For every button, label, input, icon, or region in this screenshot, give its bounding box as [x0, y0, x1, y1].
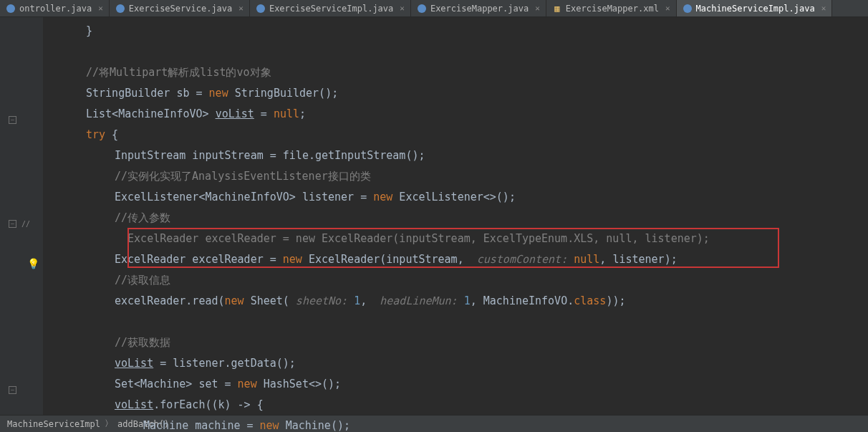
code-text: ,: [360, 294, 373, 307]
code-keyword: new: [373, 191, 392, 203]
editor-area: − − // 💡 − } //将Multipart解析成list的vo对象 St…: [0, 17, 868, 415]
code-keyword: null: [274, 107, 299, 120]
bulb-icon[interactable]: 💡: [27, 258, 39, 269]
code-text: ExcelReader excelReader =: [115, 253, 283, 266]
code-text: Sheet(: [244, 294, 289, 307]
code-keyword: new: [283, 253, 302, 266]
comment-marker: //: [21, 220, 30, 228]
tab-label: ExerciseServiceImpl.java: [269, 4, 393, 14]
tab-label: ontroller.java: [19, 4, 92, 14]
code-keyword: new: [225, 294, 244, 307]
code-comment: //传入参数: [115, 211, 170, 224]
close-icon[interactable]: ✕: [397, 4, 405, 13]
code-keyword: try: [86, 128, 105, 141]
code-text: ;: [299, 107, 306, 120]
tab-label: ExerciseMapper.xml: [566, 4, 659, 14]
code-text: ExcelReader(inputStream,: [302, 253, 471, 266]
close-icon[interactable]: ✕: [95, 4, 103, 13]
tab-exercise-mapper[interactable]: ExerciseMapper.java ✕: [411, 0, 546, 16]
code-text: Machine machine =: [143, 419, 260, 432]
code-text: , listener);: [599, 253, 677, 266]
code-var: voList: [216, 107, 254, 120]
tab-controller[interactable]: ontroller.java ✕: [0, 0, 110, 16]
code-number: 1: [354, 294, 360, 307]
code-text: StringBuilder();: [228, 87, 339, 100]
code-comment: //实例化实现了AnalysisEventListener接口的类: [115, 170, 371, 183]
tab-label: ExerciseMapper.java: [430, 4, 529, 14]
fold-icon[interactable]: −: [9, 116, 16, 124]
code-text: HashSet<>();: [257, 378, 341, 390]
tab-machine-service-impl[interactable]: MachineServiceImpl.java ✕: [677, 0, 833, 16]
code-text: .forEach((k) -> {: [153, 398, 264, 411]
param-hint: headLineMun:: [373, 294, 463, 307]
tab-exercise-mapper-xml[interactable]: ▦ ExerciseMapper.xml ✕: [546, 0, 677, 16]
class-icon: [6, 4, 16, 14]
class-icon: [417, 4, 427, 14]
close-icon[interactable]: ✕: [236, 4, 243, 13]
code-text: Set<Machine> set =: [115, 378, 238, 390]
code-comment: //获取数据: [115, 336, 170, 349]
code-var: voList: [115, 357, 153, 370]
code-keyword: new: [260, 419, 279, 432]
code-keyword: null: [574, 253, 599, 266]
code-keyword: new: [209, 87, 228, 100]
code-text: ));: [606, 294, 625, 307]
code-text: =: [254, 107, 274, 120]
tab-label: MachineServiceImpl.java: [696, 4, 815, 14]
close-icon[interactable]: ✕: [819, 4, 826, 13]
gutter[interactable]: − − // 💡 −: [0, 17, 43, 415]
class-icon: [256, 4, 266, 14]
code-comment: //读取信息: [115, 274, 170, 287]
code-text: ExcelListener<>();: [392, 191, 516, 203]
param-hint: sheetNo:: [289, 294, 354, 307]
xml-file-icon: ▦: [552, 4, 562, 14]
code-comment: //将Multipart解析成list的vo对象: [86, 66, 271, 79]
param-hint: customContent:: [471, 253, 574, 266]
code-text: {: [105, 128, 118, 141]
tab-exercise-service[interactable]: ExerciseService.java ✕: [110, 0, 250, 16]
code-keyword: new: [238, 378, 257, 390]
code-text: List<MachineInfoVO>: [86, 107, 216, 120]
class-icon: [683, 4, 693, 14]
code-text: InputStream inputStream = file.getInputS…: [115, 149, 425, 162]
close-icon[interactable]: ✕: [662, 4, 670, 13]
code-number: 1: [464, 294, 471, 307]
code-text: ExcelListener<MachineInfoVO> listener =: [115, 191, 373, 203]
tab-exercise-service-impl[interactable]: ExerciseServiceImpl.java ✕: [250, 0, 411, 16]
code-text: , MachineInfoVO.: [471, 294, 574, 307]
editor-tabs: ontroller.java ✕ ExerciseService.java ✕ …: [0, 0, 868, 17]
code-var: voList: [115, 398, 153, 411]
code-keyword: class: [574, 294, 606, 307]
code-editor[interactable]: } //将Multipart解析成list的vo对象 StringBuilder…: [43, 17, 868, 415]
code-text: = listener.getData();: [153, 357, 296, 370]
code-comment: ExcelReader excelReader = new ExcelReade…: [115, 232, 710, 245]
class-icon: [115, 4, 125, 14]
code-text: StringBuilder sb =: [86, 87, 209, 100]
code-text: }: [86, 24, 92, 37]
code-text: Machine();: [279, 419, 350, 432]
tab-label: ExerciseService.java: [129, 4, 233, 14]
close-icon[interactable]: ✕: [532, 4, 540, 13]
fold-icon[interactable]: −: [9, 220, 16, 228]
fold-icon[interactable]: −: [9, 386, 16, 394]
code-text: excelReader.read(: [115, 294, 225, 307]
